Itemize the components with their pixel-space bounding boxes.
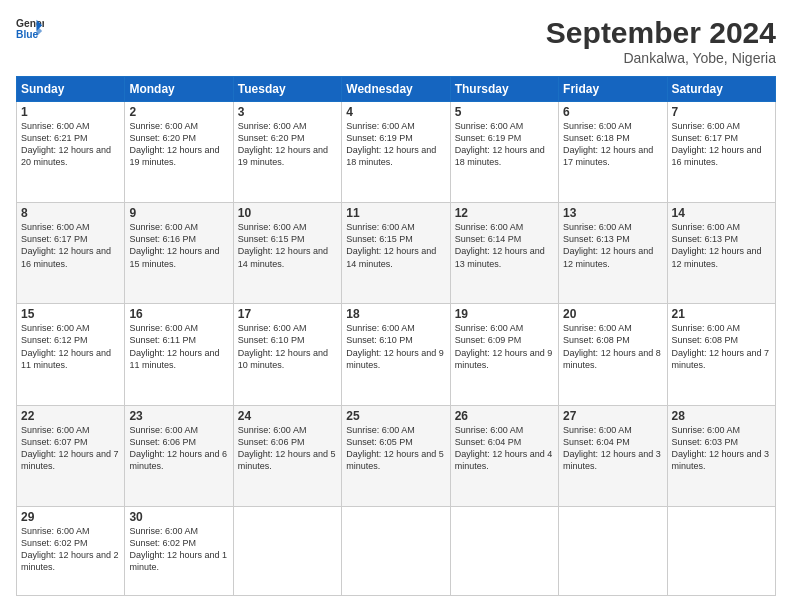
calendar-table: SundayMondayTuesdayWednesdayThursdayFrid… bbox=[16, 76, 776, 596]
day-number: 11 bbox=[346, 206, 445, 220]
calendar-cell bbox=[342, 506, 450, 595]
calendar-cell: 26Sunrise: 6:00 AMSunset: 6:04 PMDayligh… bbox=[450, 405, 558, 506]
calendar-cell bbox=[450, 506, 558, 595]
day-number: 15 bbox=[21, 307, 120, 321]
calendar-cell: 27Sunrise: 6:00 AMSunset: 6:04 PMDayligh… bbox=[559, 405, 667, 506]
day-number: 22 bbox=[21, 409, 120, 423]
day-number: 3 bbox=[238, 105, 337, 119]
header: General Blue September 2024 Dankalwa, Yo… bbox=[16, 16, 776, 66]
day-info: Sunrise: 6:00 AMSunset: 6:06 PMDaylight:… bbox=[238, 424, 337, 473]
calendar-cell: 17Sunrise: 6:00 AMSunset: 6:10 PMDayligh… bbox=[233, 304, 341, 405]
calendar-cell: 19Sunrise: 6:00 AMSunset: 6:09 PMDayligh… bbox=[450, 304, 558, 405]
month-year: September 2024 bbox=[546, 16, 776, 50]
page: General Blue September 2024 Dankalwa, Yo… bbox=[0, 0, 792, 612]
day-info: Sunrise: 6:00 AMSunset: 6:02 PMDaylight:… bbox=[21, 525, 120, 574]
day-number: 18 bbox=[346, 307, 445, 321]
day-info: Sunrise: 6:00 AMSunset: 6:09 PMDaylight:… bbox=[455, 322, 554, 371]
day-header-tuesday: Tuesday bbox=[233, 77, 341, 102]
calendar-cell: 29Sunrise: 6:00 AMSunset: 6:02 PMDayligh… bbox=[17, 506, 125, 595]
logo: General Blue bbox=[16, 16, 44, 44]
day-number: 27 bbox=[563, 409, 662, 423]
calendar-cell: 30Sunrise: 6:00 AMSunset: 6:02 PMDayligh… bbox=[125, 506, 233, 595]
day-info: Sunrise: 6:00 AMSunset: 6:11 PMDaylight:… bbox=[129, 322, 228, 371]
calendar-cell: 23Sunrise: 6:00 AMSunset: 6:06 PMDayligh… bbox=[125, 405, 233, 506]
day-number: 12 bbox=[455, 206, 554, 220]
day-info: Sunrise: 6:00 AMSunset: 6:08 PMDaylight:… bbox=[563, 322, 662, 371]
location: Dankalwa, Yobe, Nigeria bbox=[546, 50, 776, 66]
day-number: 25 bbox=[346, 409, 445, 423]
calendar-cell: 6Sunrise: 6:00 AMSunset: 6:18 PMDaylight… bbox=[559, 102, 667, 203]
day-info: Sunrise: 6:00 AMSunset: 6:10 PMDaylight:… bbox=[238, 322, 337, 371]
day-info: Sunrise: 6:00 AMSunset: 6:20 PMDaylight:… bbox=[238, 120, 337, 169]
day-info: Sunrise: 6:00 AMSunset: 6:15 PMDaylight:… bbox=[238, 221, 337, 270]
calendar-cell: 25Sunrise: 6:00 AMSunset: 6:05 PMDayligh… bbox=[342, 405, 450, 506]
day-info: Sunrise: 6:00 AMSunset: 6:10 PMDaylight:… bbox=[346, 322, 445, 371]
day-info: Sunrise: 6:00 AMSunset: 6:13 PMDaylight:… bbox=[672, 221, 771, 270]
day-info: Sunrise: 6:00 AMSunset: 6:12 PMDaylight:… bbox=[21, 322, 120, 371]
day-number: 1 bbox=[21, 105, 120, 119]
calendar-cell: 13Sunrise: 6:00 AMSunset: 6:13 PMDayligh… bbox=[559, 203, 667, 304]
day-number: 17 bbox=[238, 307, 337, 321]
day-info: Sunrise: 6:00 AMSunset: 6:04 PMDaylight:… bbox=[563, 424, 662, 473]
day-header-thursday: Thursday bbox=[450, 77, 558, 102]
day-number: 8 bbox=[21, 206, 120, 220]
calendar-cell: 14Sunrise: 6:00 AMSunset: 6:13 PMDayligh… bbox=[667, 203, 775, 304]
day-number: 23 bbox=[129, 409, 228, 423]
day-number: 29 bbox=[21, 510, 120, 524]
day-number: 6 bbox=[563, 105, 662, 119]
day-header-saturday: Saturday bbox=[667, 77, 775, 102]
calendar-cell: 28Sunrise: 6:00 AMSunset: 6:03 PMDayligh… bbox=[667, 405, 775, 506]
calendar-cell: 22Sunrise: 6:00 AMSunset: 6:07 PMDayligh… bbox=[17, 405, 125, 506]
day-info: Sunrise: 6:00 AMSunset: 6:07 PMDaylight:… bbox=[21, 424, 120, 473]
day-number: 5 bbox=[455, 105, 554, 119]
day-number: 24 bbox=[238, 409, 337, 423]
day-info: Sunrise: 6:00 AMSunset: 6:16 PMDaylight:… bbox=[129, 221, 228, 270]
calendar-cell: 7Sunrise: 6:00 AMSunset: 6:17 PMDaylight… bbox=[667, 102, 775, 203]
day-info: Sunrise: 6:00 AMSunset: 6:08 PMDaylight:… bbox=[672, 322, 771, 371]
day-info: Sunrise: 6:00 AMSunset: 6:06 PMDaylight:… bbox=[129, 424, 228, 473]
day-number: 14 bbox=[672, 206, 771, 220]
calendar-cell: 21Sunrise: 6:00 AMSunset: 6:08 PMDayligh… bbox=[667, 304, 775, 405]
calendar-cell: 11Sunrise: 6:00 AMSunset: 6:15 PMDayligh… bbox=[342, 203, 450, 304]
calendar-cell: 4Sunrise: 6:00 AMSunset: 6:19 PMDaylight… bbox=[342, 102, 450, 203]
day-number: 10 bbox=[238, 206, 337, 220]
calendar-cell: 2Sunrise: 6:00 AMSunset: 6:20 PMDaylight… bbox=[125, 102, 233, 203]
day-number: 20 bbox=[563, 307, 662, 321]
day-info: Sunrise: 6:00 AMSunset: 6:05 PMDaylight:… bbox=[346, 424, 445, 473]
day-info: Sunrise: 6:00 AMSunset: 6:18 PMDaylight:… bbox=[563, 120, 662, 169]
day-info: Sunrise: 6:00 AMSunset: 6:04 PMDaylight:… bbox=[455, 424, 554, 473]
day-number: 13 bbox=[563, 206, 662, 220]
day-number: 2 bbox=[129, 105, 228, 119]
calendar-cell: 12Sunrise: 6:00 AMSunset: 6:14 PMDayligh… bbox=[450, 203, 558, 304]
calendar-cell: 24Sunrise: 6:00 AMSunset: 6:06 PMDayligh… bbox=[233, 405, 341, 506]
calendar-cell: 16Sunrise: 6:00 AMSunset: 6:11 PMDayligh… bbox=[125, 304, 233, 405]
day-header-friday: Friday bbox=[559, 77, 667, 102]
day-number: 16 bbox=[129, 307, 228, 321]
day-number: 9 bbox=[129, 206, 228, 220]
day-number: 26 bbox=[455, 409, 554, 423]
day-header-sunday: Sunday bbox=[17, 77, 125, 102]
calendar-cell: 1Sunrise: 6:00 AMSunset: 6:21 PMDaylight… bbox=[17, 102, 125, 203]
calendar-cell: 20Sunrise: 6:00 AMSunset: 6:08 PMDayligh… bbox=[559, 304, 667, 405]
day-info: Sunrise: 6:00 AMSunset: 6:14 PMDaylight:… bbox=[455, 221, 554, 270]
calendar-cell bbox=[559, 506, 667, 595]
logo-icon: General Blue bbox=[16, 16, 44, 44]
title-block: September 2024 Dankalwa, Yobe, Nigeria bbox=[546, 16, 776, 66]
calendar-cell: 5Sunrise: 6:00 AMSunset: 6:19 PMDaylight… bbox=[450, 102, 558, 203]
day-number: 7 bbox=[672, 105, 771, 119]
calendar-cell: 3Sunrise: 6:00 AMSunset: 6:20 PMDaylight… bbox=[233, 102, 341, 203]
day-info: Sunrise: 6:00 AMSunset: 6:19 PMDaylight:… bbox=[455, 120, 554, 169]
calendar-cell: 8Sunrise: 6:00 AMSunset: 6:17 PMDaylight… bbox=[17, 203, 125, 304]
svg-text:Blue: Blue bbox=[16, 29, 39, 40]
day-info: Sunrise: 6:00 AMSunset: 6:21 PMDaylight:… bbox=[21, 120, 120, 169]
day-info: Sunrise: 6:00 AMSunset: 6:19 PMDaylight:… bbox=[346, 120, 445, 169]
calendar-cell: 15Sunrise: 6:00 AMSunset: 6:12 PMDayligh… bbox=[17, 304, 125, 405]
calendar-cell bbox=[233, 506, 341, 595]
day-info: Sunrise: 6:00 AMSunset: 6:13 PMDaylight:… bbox=[563, 221, 662, 270]
calendar-cell bbox=[667, 506, 775, 595]
day-info: Sunrise: 6:00 AMSunset: 6:02 PMDaylight:… bbox=[129, 525, 228, 574]
calendar-cell: 18Sunrise: 6:00 AMSunset: 6:10 PMDayligh… bbox=[342, 304, 450, 405]
day-number: 21 bbox=[672, 307, 771, 321]
calendar-cell: 10Sunrise: 6:00 AMSunset: 6:15 PMDayligh… bbox=[233, 203, 341, 304]
day-info: Sunrise: 6:00 AMSunset: 6:20 PMDaylight:… bbox=[129, 120, 228, 169]
